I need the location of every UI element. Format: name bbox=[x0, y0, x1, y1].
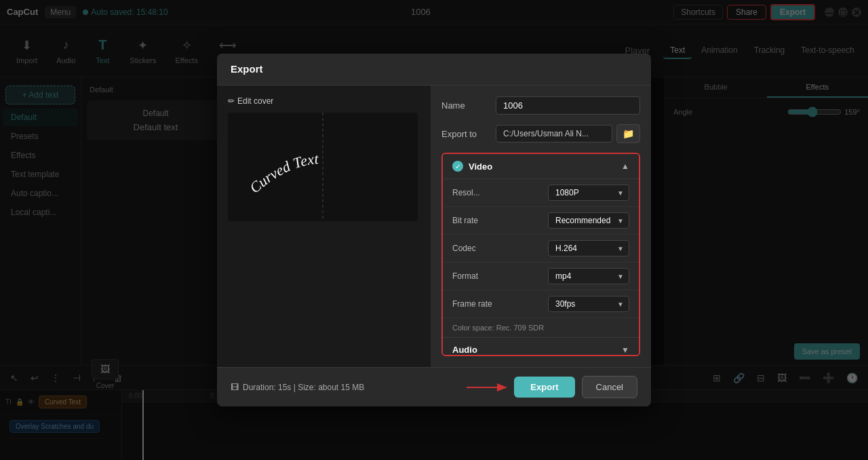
color-space-text: Color space: Rec. 709 SDR bbox=[443, 318, 639, 337]
name-row: Name bbox=[441, 96, 640, 115]
export-modal-button[interactable]: Export bbox=[514, 377, 574, 398]
bitrate-select-wrapper: Recommended ▼ bbox=[548, 212, 629, 229]
export-to-label: Export to bbox=[441, 129, 496, 139]
duration-info: 🎞 Duration: 15s | Size: about 15 MB bbox=[231, 383, 364, 392]
modal-title: Export bbox=[231, 63, 263, 75]
codec-select-wrapper: H.264 ▼ bbox=[548, 240, 629, 256]
browse-folder-button[interactable]: 📁 bbox=[616, 124, 640, 143]
format-row: Format mp4 ▼ bbox=[443, 263, 639, 290]
duration-text: Duration: 15s | Size: about 15 MB bbox=[243, 383, 364, 392]
framerate-select-wrapper: 30fps ▼ bbox=[548, 296, 629, 312]
audio-section-arrow: ▼ bbox=[621, 345, 629, 355]
resolution-row: Resol... 1080P ▼ bbox=[443, 179, 639, 207]
modal-header: Export bbox=[217, 54, 651, 85]
name-input[interactable] bbox=[496, 96, 640, 115]
format-select[interactable]: mp4 bbox=[548, 268, 629, 284]
preview-canvas: Curved Text bbox=[228, 113, 418, 221]
audio-section-header[interactable]: Audio ▼ bbox=[443, 337, 639, 356]
export-arrow-indicator bbox=[467, 379, 507, 396]
video-section-header[interactable]: ✓ Video ▲ bbox=[443, 154, 639, 179]
bitrate-select[interactable]: Recommended bbox=[548, 212, 629, 229]
svg-marker-3 bbox=[497, 383, 507, 391]
format-label: Format bbox=[452, 271, 478, 281]
edit-cover-button[interactable]: ✏ Edit cover bbox=[228, 96, 273, 106]
pencil-icon: ✏ bbox=[228, 96, 235, 106]
film-icon: 🎞 bbox=[231, 383, 239, 392]
resolution-select[interactable]: 1080P bbox=[548, 185, 629, 201]
bitrate-label: Bit rate bbox=[452, 216, 478, 225]
curved-text-preview: Curved Text bbox=[228, 113, 418, 221]
framerate-select[interactable]: 30fps bbox=[548, 296, 629, 312]
video-check: ✓ bbox=[452, 161, 463, 172]
format-select-wrapper: mp4 ▼ bbox=[548, 268, 629, 284]
codec-label: Codec bbox=[452, 244, 476, 253]
cancel-modal-button[interactable]: Cancel bbox=[582, 376, 637, 398]
export-path-input[interactable] bbox=[496, 125, 612, 142]
codec-row: Codec H.264 ▼ bbox=[443, 235, 639, 263]
export-modal-overlay: Export ✏ Edit cover Curved Text bbox=[0, 0, 868, 460]
framerate-row: Frame rate 30fps ▼ bbox=[443, 290, 639, 318]
video-section-title: Video bbox=[469, 161, 492, 172]
resolution-label: Resol... bbox=[452, 188, 480, 197]
name-label: Name bbox=[441, 100, 496, 111]
audio-section-title: Audio bbox=[452, 345, 477, 355]
export-to-row: Export to 📁 bbox=[441, 124, 640, 143]
modal-settings: Name Export to 📁 ✓ Video ▲ bbox=[431, 85, 651, 367]
export-modal: Export ✏ Edit cover Curved Text bbox=[217, 54, 651, 406]
framerate-label: Frame rate bbox=[452, 299, 492, 309]
modal-footer-buttons: Export Cancel bbox=[467, 376, 637, 398]
export-settings-box: ✓ Video ▲ Resol... 1080P ▼ bbox=[441, 153, 640, 356]
resolution-select-wrapper: 1080P ▼ bbox=[548, 185, 629, 201]
modal-preview: ✏ Edit cover Curved Text bbox=[217, 85, 431, 367]
modal-body: ✏ Edit cover Curved Text bbox=[217, 85, 651, 367]
edit-cover-label: Edit cover bbox=[237, 96, 273, 106]
codec-select[interactable]: H.264 bbox=[548, 240, 629, 256]
bitrate-row: Bit rate Recommended ▼ bbox=[443, 207, 639, 235]
modal-footer: 🎞 Duration: 15s | Size: about 15 MB Expo… bbox=[217, 367, 651, 406]
video-section-arrow: ▲ bbox=[621, 161, 629, 171]
